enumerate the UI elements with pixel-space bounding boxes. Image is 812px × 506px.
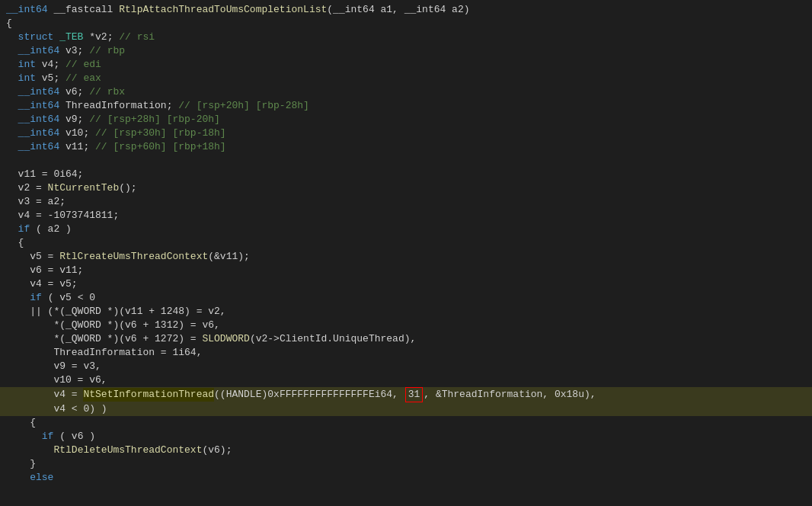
code-line: int v5; // eax	[0, 72, 812, 85]
code-line: *(_QWORD *)(v6 + 1312) = v6,	[0, 319, 812, 332]
code-line: {	[0, 236, 812, 250]
code-line	[0, 154, 812, 168]
code-line: else	[0, 471, 812, 485]
code-line: *(_QWORD *)(v6 + 1272) = SLODWORD(v2->Cl…	[0, 332, 812, 346]
code-line: struct _TEB *v2; // rsi	[0, 30, 812, 44]
code-line: __int64 v3; // rbp	[0, 44, 812, 58]
code-line: {	[0, 17, 812, 30]
red-box-31: 31	[405, 387, 424, 402]
code-line: v11 = 0i64;	[0, 168, 812, 181]
code-line: || (*(_QWORD *)(v11 + 1248) = v2,	[0, 305, 812, 319]
code-line: v3 = a2;	[0, 195, 812, 209]
code-line: RtlDeleteUmsThreadContext(v6);	[0, 444, 812, 457]
code-line: if ( v6 )	[0, 430, 812, 444]
code-line: v4 < 0) )	[0, 402, 812, 416]
code-line: ThreadInformation = 1i64,	[0, 346, 812, 360]
code-line: v6 = v11;	[0, 264, 812, 277]
code-line: __int64 v10; // [rsp+30h] [rbp-18h]	[0, 126, 812, 140]
code-line: __int64 v11; // [rsp+60h] [rbp+18h]	[0, 140, 812, 154]
code-line: {	[0, 416, 812, 430]
code-line: int v4; // edi	[0, 58, 812, 72]
code-container: __int64 __fastcall RtlpAttachThreadToUms…	[0, 0, 812, 506]
code-line: __int64 ThreadInformation; // [rsp+20h] …	[0, 99, 812, 113]
code-line: v10 = v6,	[0, 373, 812, 387]
code-line: if ( v5 < 0	[0, 291, 812, 305]
code-line: v2 = NtCurrentTeb();	[0, 181, 812, 195]
code-line: v5 = RtlCreateUmsThreadContext(&v11);	[0, 250, 812, 264]
code-line: __int64 __fastcall RtlpAttachThreadToUms…	[0, 3, 812, 17]
code-line: v4 = NtSetInformationThread((HANDLE)0xFF…	[0, 387, 812, 402]
code-line: if ( a2 )	[0, 223, 812, 236]
code-line: v4 = -1073741811;	[0, 209, 812, 223]
code-line: v9 = v3,	[0, 360, 812, 373]
code-line: }	[0, 457, 812, 471]
code-line: v4 = v5;	[0, 277, 812, 291]
func-highlight: NtSetInformationThread	[83, 388, 214, 402]
code-line: __int64 v6; // rbx	[0, 85, 812, 99]
code-line: __int64 v9; // [rsp+28h] [rbp-20h]	[0, 113, 812, 126]
